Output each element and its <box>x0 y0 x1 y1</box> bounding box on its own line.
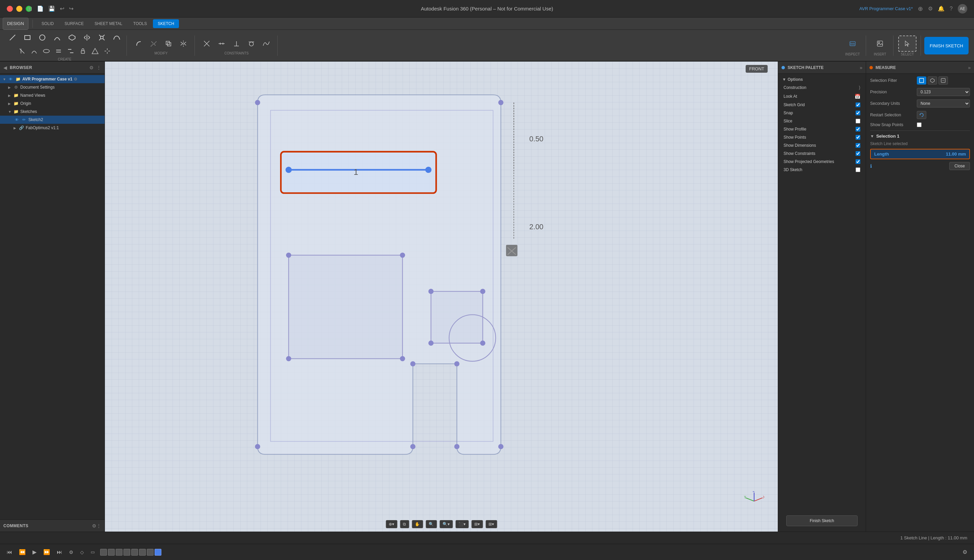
palette-item-sketch-grid[interactable]: Sketch Grid <box>778 101 866 109</box>
browser-collapse-icon[interactable]: ◀ <box>3 65 7 70</box>
palette-item-3d-sketch[interactable]: 3D Sketch <box>778 166 866 174</box>
tangent-button[interactable] <box>244 37 259 51</box>
show-snap-points-checkbox[interactable] <box>917 122 922 127</box>
palette-item-show-constraints[interactable]: Show Constraints <box>778 150 866 158</box>
timeline-frame[interactable] <box>131 549 138 556</box>
show-dimensions-checkbox[interactable] <box>856 143 860 148</box>
timeline-play-button[interactable]: ▶ <box>31 547 38 557</box>
insert-image-button[interactable] <box>871 35 889 52</box>
secondary-units-select[interactable]: None <box>917 99 970 108</box>
notifications-icon[interactable]: 🔔 <box>938 5 944 12</box>
arc-tool-button[interactable] <box>50 30 64 45</box>
line-tool-button[interactable] <box>5 30 20 45</box>
tree-item-doc-settings[interactable]: ▶ ⚙ Document Settings <box>0 83 105 91</box>
browser-resize-icon[interactable]: ⋮ <box>97 65 101 70</box>
canvas-view-button[interactable]: ⊞▾ <box>485 520 497 528</box>
palette-item-look-at[interactable]: Look At 📅 <box>778 92 866 101</box>
sketch-palette-expand-icon[interactable]: » <box>860 65 862 70</box>
palette-item-snap[interactable]: Snap <box>778 109 866 117</box>
circle-tool-button[interactable] <box>35 30 49 45</box>
point-tool-button[interactable] <box>102 45 113 57</box>
palette-item-construction[interactable]: Construction ⟩ <box>778 83 866 92</box>
spline-tool-button[interactable] <box>110 30 124 45</box>
close-button[interactable]: Close <box>949 162 970 170</box>
finish-sketch-button[interactable]: FINISH SKETCH <box>924 37 969 55</box>
canvas-snap-button[interactable]: ⊕▾ <box>386 520 397 528</box>
close-window-button[interactable] <box>7 6 13 12</box>
smooth-button[interactable] <box>259 37 274 51</box>
tab-surface[interactable]: SURFACE <box>60 19 88 28</box>
lock-tool-button[interactable] <box>77 45 88 57</box>
save-icon[interactable]: 💾 <box>48 5 55 12</box>
3d-sketch-checkbox[interactable] <box>856 167 860 172</box>
settings-icon[interactable]: ⚙ <box>928 5 933 12</box>
tab-sketch[interactable]: SKETCH <box>153 19 179 28</box>
timeline-frame[interactable] <box>116 549 122 556</box>
comments-resize-icon[interactable]: ⋮ <box>97 523 101 528</box>
filter-btn-3[interactable] <box>939 77 948 85</box>
precision-select[interactable]: 0.123 <box>917 88 970 96</box>
mirror-tool-button[interactable] <box>80 30 94 45</box>
canvas-search-button[interactable]: 🔍 <box>425 520 437 528</box>
slice-checkbox[interactable] <box>856 119 860 123</box>
help-icon[interactable]: ? <box>950 6 953 12</box>
collinear-button[interactable] <box>215 37 229 51</box>
timeline-frame[interactable] <box>139 549 146 556</box>
fillet-button[interactable] <box>132 37 146 51</box>
browser-settings-icon[interactable]: ⚙ <box>89 65 94 70</box>
mirror-modify-button[interactable] <box>176 37 190 51</box>
timeline-start-button[interactable]: ⏮ <box>5 548 13 557</box>
minimize-window-button[interactable] <box>16 6 22 12</box>
timeline-component-button[interactable]: ▭ <box>89 548 96 556</box>
triangle-tool-button[interactable] <box>89 45 101 57</box>
tab-solid[interactable]: SOLID <box>37 19 58 28</box>
canvas-area[interactable]: 1 <box>105 62 778 532</box>
show-constraints-checkbox[interactable] <box>856 151 860 156</box>
tree-item-sketches[interactable]: ▼ 📁 Sketches <box>0 108 105 116</box>
palette-item-show-points[interactable]: Show Points <box>778 133 866 142</box>
tree-item-root[interactable]: ▼ 👁 📁 AVR Programmer Case v1 ⚙ <box>0 75 105 83</box>
tab-tools[interactable]: TOOLS <box>128 19 152 28</box>
timeline-next-button[interactable]: ⏩ <box>42 547 52 557</box>
trim-modify-button[interactable] <box>147 37 161 51</box>
tree-item-named-views[interactable]: ▶ 📁 Named Views <box>0 91 105 99</box>
trim-tool-button[interactable] <box>95 30 109 45</box>
parallel-tool-button[interactable] <box>65 45 77 57</box>
show-profile-checkbox[interactable] <box>856 127 860 132</box>
ellipse-tool-button[interactable] <box>41 45 52 57</box>
rect-tool-button[interactable] <box>20 30 35 45</box>
palette-item-show-profile[interactable]: Show Profile <box>778 125 866 133</box>
sketch-grid-checkbox[interactable] <box>856 102 860 107</box>
timeline-end-button[interactable]: ⏭ <box>55 548 63 557</box>
undo-icon[interactable]: ↩ <box>60 5 64 12</box>
palette-item-show-projected[interactable]: Show Projected Geometries <box>778 158 866 166</box>
comments-settings-icon[interactable]: ⚙ <box>92 523 97 528</box>
canvas-pan-button[interactable]: ✋ <box>412 520 423 528</box>
filter-btn-2[interactable] <box>928 77 937 85</box>
tree-settings-icon[interactable]: ⚙ <box>74 77 77 82</box>
palette-item-slice[interactable]: Slice <box>778 117 866 125</box>
palette-item-show-dimensions[interactable]: Show Dimensions <box>778 142 866 150</box>
show-projected-checkbox[interactable] <box>856 159 860 164</box>
timeline-frame[interactable] <box>147 549 153 556</box>
snap-checkbox[interactable] <box>856 111 860 115</box>
canvas-grid-button[interactable]: ⊞▾ <box>471 520 483 528</box>
equal-tool-button[interactable] <box>53 45 64 57</box>
tree-item-faboptimus[interactable]: ▶ 🔗 FabOptimus2 v1:1 <box>0 124 105 132</box>
offset-button[interactable] <box>162 37 175 51</box>
add-tab-icon[interactable]: ⊕ <box>918 5 923 13</box>
timeline-frame[interactable] <box>108 549 115 556</box>
timeline-settings-button[interactable]: ⚙ <box>961 547 969 557</box>
design-dropdown-button[interactable]: DESIGN <box>3 18 28 30</box>
show-points-checkbox[interactable] <box>856 135 860 140</box>
timeline-keyframe-button[interactable]: ◇ <box>79 548 85 556</box>
coincident-button[interactable] <box>200 37 214 51</box>
cut-tool-button[interactable] <box>16 45 28 57</box>
tree-item-origin[interactable]: ▶ 📁 Origin <box>0 99 105 108</box>
polygon-tool-button[interactable] <box>65 30 79 45</box>
user-avatar[interactable]: AE <box>958 4 967 13</box>
redo-icon[interactable]: ↪ <box>69 5 73 12</box>
canvas-copy-button[interactable]: ⧉ <box>400 520 409 528</box>
canvas-display-button[interactable]: ⬛▾ <box>455 520 469 528</box>
timeline-prev-button[interactable]: ⏪ <box>18 547 27 557</box>
